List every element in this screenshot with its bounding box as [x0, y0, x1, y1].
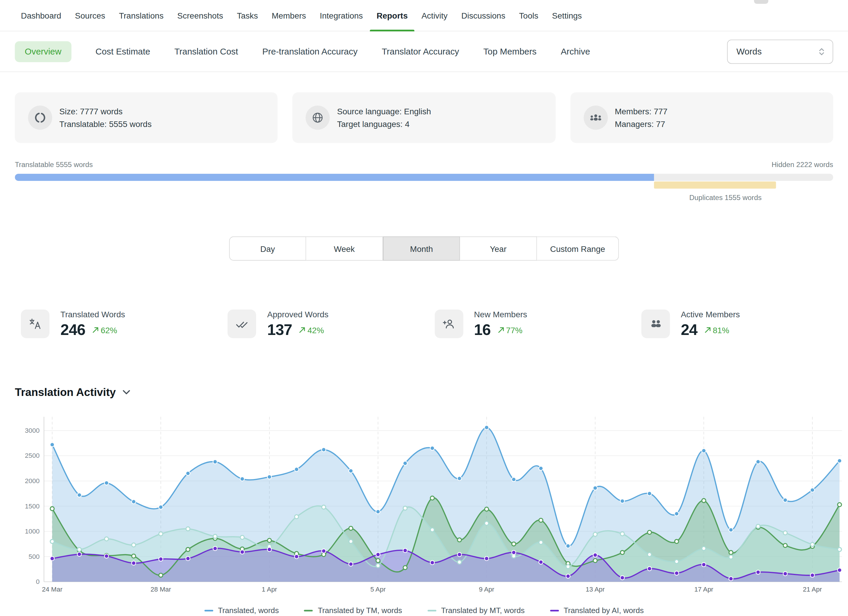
svg-text:9 Apr: 9 Apr [479, 586, 494, 593]
add-member-icon [434, 310, 463, 338]
trend-up-icon [299, 327, 305, 333]
card-line-managers: Managers: 77 [615, 117, 667, 130]
duplicates-bar-row [15, 181, 833, 189]
main-nav: Dashboard Sources Translations Screensho… [0, 0, 848, 31]
trend-up-icon [498, 327, 504, 333]
nav-dashboard[interactable]: Dashboard [21, 0, 61, 31]
unit-select-value: Words [737, 46, 762, 56]
stat-label: Approved Words [267, 310, 329, 320]
card-line-members: Members: 777 [615, 105, 667, 118]
summary-cards: Size: 7777 words Translatable: 5555 word… [0, 72, 848, 143]
legend-label: Translated by AI, words [563, 606, 643, 615]
stat-label: Active Members [681, 310, 740, 320]
range-week-button[interactable]: Week [306, 236, 383, 261]
svg-text:24 Mar: 24 Mar [42, 586, 62, 593]
tab-pretranslation-accuracy[interactable]: Pre-translation Accuracy [262, 46, 358, 56]
stat-value: 16 [474, 322, 491, 338]
nav-translations[interactable]: Translations [119, 0, 163, 31]
stat-translated-words: Translated Words 246 62% [21, 310, 228, 338]
nav-screenshots[interactable]: Screenshots [177, 0, 223, 31]
legend-marker-translated [205, 610, 213, 611]
range-year-button[interactable]: Year [460, 236, 537, 261]
legend-marker-mt [427, 610, 436, 611]
legend-marker-ai [550, 610, 559, 611]
svg-text:1500: 1500 [25, 503, 40, 510]
stat-value: 246 [60, 322, 85, 338]
svg-text:5 Apr: 5 Apr [371, 586, 386, 593]
stat-delta-value: 42% [307, 325, 324, 335]
nav-tools[interactable]: Tools [519, 0, 538, 31]
project-size-card: Size: 7777 words Translatable: 5555 word… [15, 92, 278, 143]
svg-text:1 Apr: 1 Apr [262, 586, 277, 593]
range-month-button[interactable]: Month [383, 236, 460, 261]
tab-top-members[interactable]: Top Members [483, 46, 537, 56]
card-line-translatable: Translatable: 5555 words [59, 117, 152, 130]
words-progress-bar [15, 174, 833, 181]
cutoff-ui-fragment [754, 0, 768, 4]
svg-text:2500: 2500 [25, 452, 40, 459]
words-progress-section: Translatable 5555 words Hidden 2222 word… [0, 160, 848, 202]
unit-select[interactable]: Words [727, 39, 833, 63]
card-line-source-language: Source language: English [337, 105, 431, 118]
nav-sources[interactable]: Sources [75, 0, 105, 31]
svg-text:1000: 1000 [25, 528, 40, 535]
stat-active-members: Active Members 24 81% [641, 310, 848, 338]
stat-delta-value: 62% [101, 325, 117, 335]
svg-text:21 Apr: 21 Apr [803, 586, 822, 593]
legend-marker-tm [304, 610, 313, 611]
svg-text:2000: 2000 [25, 477, 40, 485]
legend-item-translated[interactable]: Translated, words [205, 606, 279, 615]
translation-activity-header: Translation Activity [0, 385, 848, 400]
duplicates-fill [654, 181, 776, 189]
card-line-size: Size: 7777 words [59, 105, 152, 118]
stat-delta-value: 77% [506, 325, 522, 335]
stat-label: Translated Words [60, 310, 125, 320]
stat-value: 137 [267, 322, 292, 338]
trend-up-icon [704, 327, 711, 333]
nav-members[interactable]: Members [272, 0, 306, 31]
nav-discussions[interactable]: Discussions [461, 0, 505, 31]
svg-text:28 Mar: 28 Mar [150, 586, 171, 593]
tab-overview[interactable]: Overview [15, 41, 71, 62]
nav-reports[interactable]: Reports [377, 0, 408, 31]
legend-item-ai[interactable]: Translated by AI, words [550, 606, 644, 615]
chart-legend: Translated, words Translated by TM, word… [0, 606, 848, 615]
translate-icon [21, 310, 49, 338]
svg-text:500: 500 [28, 553, 40, 560]
chevron-down-icon[interactable] [123, 390, 130, 395]
svg-text:17 Apr: 17 Apr [694, 586, 713, 593]
translation-activity-chart[interactable]: 05001000150020002500300024 Mar28 Mar1 Ap… [0, 410, 848, 597]
nav-settings[interactable]: Settings [552, 0, 582, 31]
nav-tasks[interactable]: Tasks [237, 0, 258, 31]
legend-item-mt[interactable]: Translated by MT, words [427, 606, 525, 615]
languages-card: Source language: English Target language… [293, 92, 556, 143]
progress-circle-icon [28, 105, 52, 130]
tab-translator-accuracy[interactable]: Translator Accuracy [382, 46, 459, 56]
stat-approved-words: Approved Words 137 42% [228, 310, 434, 338]
range-day-button[interactable]: Day [229, 236, 306, 261]
nav-activity[interactable]: Activity [421, 0, 448, 31]
tab-archive[interactable]: Archive [560, 46, 590, 56]
tab-translation-cost[interactable]: Translation Cost [174, 46, 238, 56]
tab-cost-estimate[interactable]: Cost Estimate [95, 46, 150, 56]
hidden-words-label: Hidden 2222 words [772, 160, 833, 169]
translatable-words-label: Translatable 5555 words [15, 160, 93, 169]
stat-value: 24 [681, 322, 697, 338]
legend-label: Translated, words [218, 606, 279, 615]
nav-integrations[interactable]: Integrations [320, 0, 363, 31]
legend-item-tm[interactable]: Translated by TM, words [304, 606, 402, 615]
date-range-selector: Day Week Month Year Custom Range [0, 236, 848, 261]
svg-text:0: 0 [36, 578, 40, 585]
members-card: Members: 777 Managers: 77 [570, 92, 833, 143]
range-custom-button[interactable]: Custom Range [537, 236, 619, 261]
card-line-target-languages: Target languages: 4 [337, 117, 431, 130]
duplicates-label: Duplicates 1555 words [689, 193, 762, 202]
reports-page: Dashboard Sources Translations Screensho… [0, 0, 848, 616]
select-arrows-icon [818, 47, 825, 56]
section-title: Translation Activity [15, 386, 116, 399]
legend-label: Translated by MT, words [441, 606, 525, 615]
legend-label: Translated by TM, words [318, 606, 402, 615]
members-icon [584, 105, 608, 130]
two-members-icon [641, 310, 670, 338]
stat-new-members: New Members 16 77% [434, 310, 641, 338]
